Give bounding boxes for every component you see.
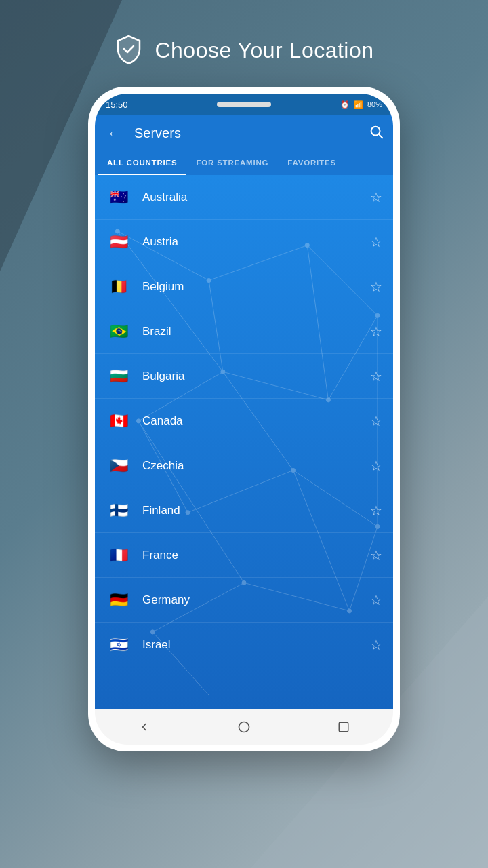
country-name: Belgium <box>142 280 370 294</box>
flag-icon: 🇩🇪 <box>106 587 131 613</box>
favorite-star-icon[interactable]: ☆ <box>370 547 382 564</box>
flag-icon: 🇫🇷 <box>106 542 131 568</box>
country-item[interactable]: 🇧🇬 Bulgaria ☆ <box>95 354 393 399</box>
flag-icon: 🇮🇱 <box>106 632 131 658</box>
country-item[interactable]: 🇮🇱 Israel ☆ <box>95 623 393 667</box>
favorite-star-icon[interactable]: ☆ <box>370 368 382 384</box>
screen-title: Servers <box>134 125 361 141</box>
bottom-nav <box>95 709 393 745</box>
favorite-star-icon[interactable]: ☆ <box>370 413 382 429</box>
page-header: Choose Your Location <box>0 0 488 87</box>
flag-icon: 🇧🇷 <box>106 319 131 344</box>
phone-speaker <box>217 102 271 107</box>
country-name: Brazil <box>142 325 370 338</box>
country-item[interactable]: 🇫🇮 Finland ☆ <box>95 488 393 533</box>
shield-icon <box>114 34 144 66</box>
battery-text: 80% <box>367 100 382 108</box>
top-bar: ← Servers <box>95 115 393 151</box>
flag-icon: 🇧🇪 <box>106 274 131 300</box>
status-icons: ⏰ 📶 80% <box>340 100 382 109</box>
tab-favorites[interactable]: FAVORITES <box>278 151 346 175</box>
flag-icon: 🇦🇹 <box>106 229 131 255</box>
country-name: Finland <box>142 504 370 517</box>
flag-icon: 🇦🇺 <box>106 184 131 210</box>
header-title: Choose Your Location <box>155 38 373 63</box>
favorite-star-icon[interactable]: ☆ <box>370 637 382 653</box>
country-item[interactable]: 🇧🇪 Belgium ☆ <box>95 264 393 309</box>
favorite-star-icon[interactable]: ☆ <box>370 458 382 474</box>
country-name: Australia <box>142 191 370 204</box>
favorite-star-icon[interactable]: ☆ <box>370 502 382 519</box>
flag-icon: 🇧🇬 <box>106 363 131 389</box>
country-name: Czechia <box>142 459 370 473</box>
country-name: France <box>142 549 370 562</box>
nav-home-button[interactable] <box>232 715 256 739</box>
nav-back-button[interactable] <box>132 715 157 739</box>
search-button[interactable] <box>369 124 384 142</box>
tab-for-streaming[interactable]: FOR STREAMING <box>186 151 278 175</box>
country-item[interactable]: 🇨🇿 Czechia ☆ <box>95 443 393 488</box>
tabs-bar: ALL COUNTRIES FOR STREAMING FAVORITES <box>95 151 393 175</box>
country-name: Canada <box>142 414 370 428</box>
flag-icon: 🇨🇦 <box>106 408 131 434</box>
country-item[interactable]: 🇩🇪 Germany ☆ <box>95 578 393 623</box>
alarm-icon: ⏰ <box>340 100 350 109</box>
favorite-star-icon[interactable]: ☆ <box>370 234 382 250</box>
country-list: 🇦🇺 Australia ☆ 🇦🇹 Austria ☆ 🇧🇪 Belgium ☆… <box>95 175 393 709</box>
phone-inner: 15:50 ⏰ 📶 80% ← Servers ALL COUNTRIES <box>95 94 393 745</box>
flag-icon: 🇨🇿 <box>106 453 131 479</box>
sim-icon: 📶 <box>354 100 363 109</box>
favorite-star-icon[interactable]: ☆ <box>370 279 382 295</box>
country-item[interactable]: 🇫🇷 France ☆ <box>95 533 393 578</box>
favorite-star-icon[interactable]: ☆ <box>370 189 382 205</box>
svg-line-1 <box>379 134 382 138</box>
country-name: Austria <box>142 235 370 249</box>
country-name: Israel <box>142 638 370 652</box>
country-item[interactable]: 🇦🇺 Australia ☆ <box>95 175 393 220</box>
svg-point-35 <box>239 722 249 732</box>
favorite-star-icon[interactable]: ☆ <box>370 592 382 608</box>
flag-icon: 🇫🇮 <box>106 498 131 524</box>
svg-rect-36 <box>339 722 348 732</box>
country-name: Bulgaria <box>142 370 370 383</box>
phone-frame: 15:50 ⏰ 📶 80% ← Servers ALL COUNTRIES <box>88 87 400 751</box>
tab-all-countries[interactable]: ALL COUNTRIES <box>98 151 186 175</box>
favorite-star-icon[interactable]: ☆ <box>370 323 382 340</box>
country-item[interactable]: 🇨🇦 Canada ☆ <box>95 399 393 443</box>
status-time: 15:50 <box>106 100 128 110</box>
back-button[interactable]: ← <box>104 123 123 144</box>
country-items-container: 🇦🇺 Australia ☆ 🇦🇹 Austria ☆ 🇧🇪 Belgium ☆… <box>95 175 393 667</box>
country-name: Germany <box>142 593 370 607</box>
nav-recent-button[interactable] <box>331 715 356 739</box>
country-item[interactable]: 🇧🇷 Brazil ☆ <box>95 309 393 354</box>
country-item[interactable]: 🇦🇹 Austria ☆ <box>95 220 393 264</box>
